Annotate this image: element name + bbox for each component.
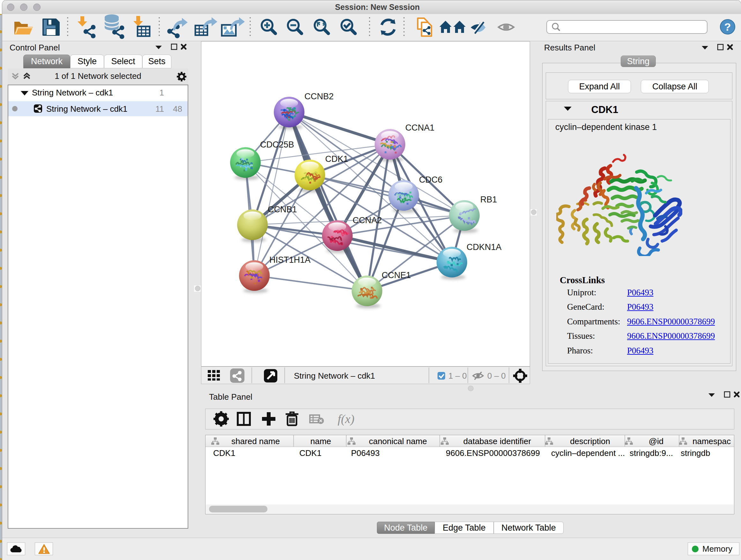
- svg-text:@id: @id: [649, 436, 664, 446]
- svg-text:description: description: [570, 436, 610, 446]
- svg-text:namespac: namespac: [692, 436, 731, 446]
- svg-text:CDKN1A: CDKN1A: [467, 242, 502, 252]
- svg-text:HIST1H1A: HIST1H1A: [269, 255, 311, 265]
- svg-text:CDC25B: CDC25B: [260, 140, 294, 149]
- svg-text:CCNB2: CCNB2: [305, 91, 334, 101]
- svg-text:CCNB1: CCNB1: [268, 205, 297, 214]
- svg-text:database identifier: database identifier: [463, 436, 531, 446]
- svg-text:CCNA1: CCNA1: [405, 123, 434, 132]
- svg-text:canonical name: canonical name: [369, 436, 427, 446]
- svg-text:CDK1: CDK1: [325, 154, 348, 164]
- svg-text:shared name: shared name: [231, 436, 280, 446]
- svg-text:?: ?: [724, 21, 731, 33]
- svg-text:0 – 0: 0 – 0: [487, 371, 506, 381]
- svg-text:CDC6: CDC6: [419, 175, 443, 185]
- svg-text:f(x): f(x): [338, 412, 354, 426]
- svg-text:name: name: [310, 436, 331, 446]
- svg-text:1 – 0: 1 – 0: [448, 371, 467, 381]
- svg-text:CCNE1: CCNE1: [382, 270, 411, 280]
- svg-text:String Network – cdk1: String Network – cdk1: [294, 371, 375, 381]
- svg-text:RB1: RB1: [480, 195, 497, 204]
- svg-text:CCNA2: CCNA2: [353, 215, 382, 225]
